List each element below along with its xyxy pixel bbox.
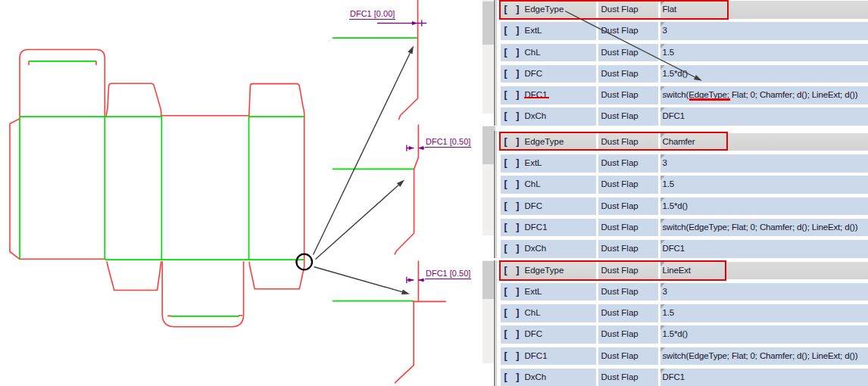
corner-marker: [660, 325, 665, 330]
param-name: ChL: [525, 176, 541, 194]
param-category[interactable]: Dust Flap: [598, 107, 658, 126]
table-border: [496, 0, 497, 126]
param-category[interactable]: Dust Flap: [598, 22, 658, 40]
param-category[interactable]: Dust Flap: [598, 240, 658, 258]
param-value-text: DFC1: [663, 244, 685, 253]
param-category[interactable]: Dust Flap: [598, 369, 658, 386]
corner-marker: [660, 304, 665, 309]
table-row[interactable]: [ ]ChL Dust Flap 1.5: [501, 304, 868, 322]
corner-marker: [660, 44, 665, 48]
param-name: ExtL: [525, 22, 542, 40]
param-value-text: LineExt: [663, 266, 691, 275]
checkbox-icon[interactable]: [ ]: [504, 86, 520, 104]
checkbox-icon[interactable]: [ ]: [504, 262, 520, 280]
param-value[interactable]: Chamfer: [660, 133, 868, 151]
table-row[interactable]: [ ]DFC1 Dust Flap switch(EdgeType; Flat;…: [501, 347, 868, 366]
param-value[interactable]: 3: [660, 22, 868, 40]
param-category[interactable]: Dust Flap: [598, 283, 658, 301]
checkbox-icon[interactable]: [ ]: [504, 219, 520, 237]
checkbox-icon[interactable]: [ ]: [504, 133, 520, 151]
table-row[interactable]: [ ]DFC1 Dust Flap switch(EdgeType; Flat;…: [501, 219, 868, 237]
cad-workspace: DFC1 [0.00] DFC1 [0.50] DFC1 [0.50] [ ]E…: [0, 0, 868, 386]
param-value[interactable]: 1.5*d(): [660, 198, 868, 216]
table-row[interactable]: [ ]EdgeType Dust Flap Chamfer: [501, 133, 868, 151]
table-row[interactable]: [ ]DFC Dust Flap 1.5*d(): [501, 198, 868, 216]
checkbox-icon[interactable]: [ ]: [504, 107, 520, 126]
table-row[interactable]: [ ]EdgeType Dust Flap Flat: [501, 1, 868, 19]
table-row[interactable]: [ ]ExtL Dust Flap 3: [501, 154, 868, 173]
param-value-text: Flat: [663, 5, 677, 14]
param-category[interactable]: Dust Flap: [598, 65, 658, 83]
parameter-table-lineext: [ ]EdgeType Dust Flap LineExt [ ]ExtL Du…: [501, 262, 868, 386]
param-category[interactable]: Dust Flap: [598, 347, 658, 366]
checkbox-icon[interactable]: [ ]: [504, 22, 520, 40]
tuck-crease-tick: [29, 61, 96, 64]
param-category[interactable]: Dust Flap: [598, 154, 658, 173]
param-name: DxCh: [525, 369, 547, 386]
callout-arrows: [296, 46, 414, 294]
param-category[interactable]: Dust Flap: [598, 219, 658, 237]
table-row[interactable]: [ ]ExtL Dust Flap 3: [501, 22, 868, 40]
table-border: [494, 260, 495, 386]
table-row[interactable]: [ ]DxCh Dust Flap DFC1: [501, 107, 868, 126]
table-row[interactable]: [ ]ExtL Dust Flap 3: [501, 283, 868, 301]
param-value[interactable]: 1.5: [660, 44, 868, 62]
checkbox-icon[interactable]: [ ]: [504, 369, 520, 386]
table-row[interactable]: [ ]DxCh Dust Flap DFC1: [501, 369, 868, 386]
checkbox-icon[interactable]: [ ]: [504, 65, 520, 83]
checkbox-icon[interactable]: [ ]: [504, 176, 520, 194]
param-category[interactable]: Dust Flap: [598, 133, 658, 151]
param-value[interactable]: Flat: [660, 1, 868, 19]
param-value[interactable]: 3: [660, 283, 868, 301]
checkbox-icon[interactable]: [ ]: [504, 283, 520, 301]
parameter-table-chamfer: [ ]EdgeType Dust Flap Chamfer [ ]ExtL Du…: [501, 133, 868, 262]
param-value[interactable]: 1.5*d(): [660, 325, 868, 344]
checkbox-icon[interactable]: [ ]: [504, 154, 520, 173]
checkbox-icon[interactable]: [ ]: [504, 198, 520, 216]
param-value[interactable]: LineExt: [660, 262, 868, 280]
table-border: [494, 0, 495, 126]
param-name: ExtL: [525, 283, 542, 301]
param-value[interactable]: 1.5: [660, 176, 868, 194]
checkbox-icon[interactable]: [ ]: [504, 1, 520, 19]
param-value-text: 3: [663, 287, 667, 296]
table-row[interactable]: [ ]DFC Dust Flap 1.5*d(): [501, 65, 868, 83]
param-category[interactable]: Dust Flap: [598, 198, 658, 216]
param-value[interactable]: switch(EdgeType; Flat; 0; Chamfer; d(); …: [660, 86, 868, 104]
param-category[interactable]: Dust Flap: [598, 304, 658, 322]
param-value[interactable]: switch(EdgeType; Flat; 0; Chamfer; d(); …: [660, 347, 868, 366]
param-value-text: DFC1: [663, 372, 685, 381]
top-dust-flap-1: [106, 83, 161, 117]
table-row[interactable]: [ ]ChL Dust Flap 1.5: [501, 176, 868, 194]
table-row[interactable]: [ ]DFC1 Dust Flap switch(EdgeType; Flat;…: [501, 86, 868, 104]
top-dust-flap-2: [249, 84, 304, 117]
param-value-text: 3: [663, 158, 667, 167]
checkbox-icon[interactable]: [ ]: [504, 347, 520, 366]
corner-marker: [660, 154, 665, 159]
param-category[interactable]: Dust Flap: [598, 86, 658, 104]
param-value[interactable]: 3: [660, 154, 868, 173]
corner-marker: [660, 176, 665, 180]
param-category[interactable]: Dust Flap: [598, 1, 658, 19]
param-value[interactable]: DFC1: [660, 240, 868, 258]
param-category[interactable]: Dust Flap: [598, 176, 658, 194]
param-category[interactable]: Dust Flap: [598, 325, 658, 344]
checkbox-icon[interactable]: [ ]: [504, 240, 520, 258]
checkbox-icon[interactable]: [ ]: [504, 44, 520, 62]
table-row[interactable]: [ ]DFC Dust Flap 1.5*d(): [501, 325, 868, 344]
param-value[interactable]: 1.5: [660, 304, 868, 322]
param-category[interactable]: Dust Flap: [598, 44, 658, 62]
checkbox-icon[interactable]: [ ]: [504, 304, 520, 322]
table-row[interactable]: [ ]DxCh Dust Flap DFC1: [501, 240, 868, 258]
param-category[interactable]: Dust Flap: [598, 262, 658, 280]
param-value[interactable]: 1.5*d(): [660, 65, 868, 83]
param-value-text: 1.5: [663, 308, 675, 317]
table-row[interactable]: [ ]EdgeType Dust Flap LineExt: [501, 262, 868, 280]
param-value[interactable]: switch(EdgeType; Flat; 0; Chamfer; d(); …: [660, 219, 868, 237]
param-value[interactable]: DFC1: [660, 369, 868, 386]
checkbox-icon[interactable]: [ ]: [504, 325, 520, 344]
table-row[interactable]: [ ]ChL Dust Flap 1.5: [501, 44, 868, 62]
param-value[interactable]: DFC1: [660, 107, 868, 126]
param-value-text: 1.5: [663, 179, 675, 188]
param-value-text: switch(EdgeType; Flat; 0; Chamfer; d(); …: [663, 351, 858, 360]
